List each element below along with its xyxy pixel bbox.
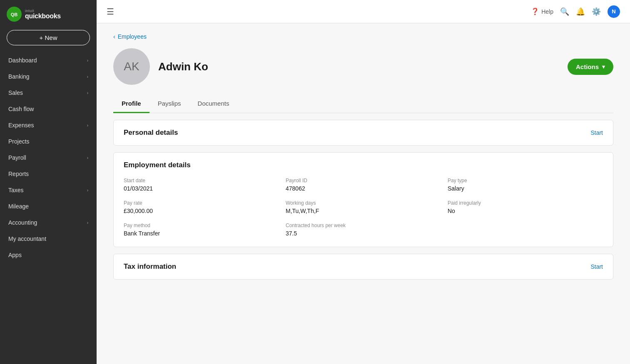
user-avatar[interactable]: N xyxy=(608,5,620,18)
chevron-right-icon: › xyxy=(87,188,88,193)
actions-label: Actions xyxy=(576,63,599,70)
sidebar-item-expenses[interactable]: Expenses › xyxy=(2,117,95,133)
chevron-right-icon: › xyxy=(87,91,88,95)
pay-method-value: Bank Transfer xyxy=(124,230,279,237)
employment-details-title: Employment details xyxy=(124,161,191,169)
sidebar-item-label: Expenses xyxy=(8,122,34,129)
bell-icon[interactable]: 🔔 xyxy=(576,7,585,16)
sidebar-item-label: Dashboard xyxy=(8,57,37,64)
main-nav: Dashboard › Banking › Sales › Cash flow … xyxy=(0,52,97,263)
detail-pay-type: Pay type Salary xyxy=(448,178,603,192)
sidebar-item-label: Projects xyxy=(8,138,30,145)
qb-logo-icon: QB xyxy=(7,7,22,22)
start-date-value: 01/03/2021 xyxy=(124,185,279,192)
quickbooks-label: quickbooks xyxy=(25,13,61,20)
pay-method-label: Pay method xyxy=(124,223,279,228)
sidebar-item-label: Taxes xyxy=(8,187,24,193)
sidebar-item-reports[interactable]: Reports xyxy=(2,166,95,182)
personal-details-title: Personal details xyxy=(124,129,178,137)
chevron-right-icon: › xyxy=(87,123,88,128)
content-area: ‹ Employees AK Adwin Ko Actions ▾ Profil… xyxy=(97,23,630,364)
payroll-id-value: 478062 xyxy=(286,185,441,192)
contracted-hours-label: Contracted hours per week xyxy=(286,223,441,228)
tax-information-section: Tax information Start xyxy=(113,254,613,280)
tab-payslips[interactable]: Payslips xyxy=(149,95,189,113)
detail-contracted-hours: Contracted hours per week 37.5 xyxy=(286,223,441,237)
detail-grid: Start date 01/03/2021 Payroll ID 478062 … xyxy=(124,178,603,237)
sidebar-item-payroll[interactable]: Payroll › xyxy=(2,150,95,166)
detail-payroll-id: Payroll ID 478062 xyxy=(286,178,441,192)
help-circle-icon: ❓ xyxy=(531,7,539,15)
sidebar-item-label: Accounting xyxy=(8,219,37,226)
working-days-value: M,Tu,W,Th,F xyxy=(286,208,441,214)
chevron-left-icon: ‹ xyxy=(113,33,115,40)
sidebar-item-dashboard[interactable]: Dashboard › xyxy=(2,52,95,68)
employee-name: Adwin Ko xyxy=(158,60,568,73)
tax-information-title: Tax information xyxy=(124,262,176,271)
topbar-left: ☰ xyxy=(107,7,114,17)
new-button[interactable]: + New xyxy=(7,30,90,45)
tax-information-start[interactable]: Start xyxy=(590,263,603,270)
topbar-right: ❓ Help 🔍 🔔 ⚙️ N xyxy=(531,5,620,18)
sidebar-item-my-accountant[interactable]: My accountant xyxy=(2,231,95,247)
sidebar-item-label: Reports xyxy=(8,171,29,177)
tab-documents[interactable]: Documents xyxy=(189,95,238,113)
menu-icon[interactable]: ☰ xyxy=(107,7,114,17)
working-days-label: Working days xyxy=(286,200,441,206)
pay-rate-value: £30,000.00 xyxy=(124,208,279,214)
breadcrumb-label: Employees xyxy=(118,33,147,40)
sidebar-item-apps[interactable]: Apps xyxy=(2,247,95,263)
sidebar-item-accounting[interactable]: Accounting › xyxy=(2,215,95,230)
avatar: AK xyxy=(113,48,150,85)
gear-icon[interactable]: ⚙️ xyxy=(592,7,601,16)
contracted-hours-value: 37.5 xyxy=(286,230,441,237)
sidebar-item-label: Apps xyxy=(8,252,22,258)
logo-text: intuit quickbooks xyxy=(25,9,61,20)
sidebar-item-taxes[interactable]: Taxes › xyxy=(2,182,95,198)
detail-pay-method: Pay method Bank Transfer xyxy=(124,223,279,237)
personal-details-section: Personal details Start xyxy=(113,120,613,146)
pay-type-label: Pay type xyxy=(448,178,603,183)
sidebar-item-banking[interactable]: Banking › xyxy=(2,69,95,84)
start-date-label: Start date xyxy=(124,178,279,183)
employment-details-section: Employment details Start date 01/03/2021… xyxy=(113,152,613,247)
pay-type-value: Salary xyxy=(448,185,603,192)
chevron-right-icon: › xyxy=(87,220,88,225)
tab-profile[interactable]: Profile xyxy=(113,95,149,113)
chevron-down-icon: ▾ xyxy=(602,64,605,70)
sidebar: QB intuit quickbooks + New Dashboard › B… xyxy=(0,0,97,364)
personal-details-header: Personal details Start xyxy=(114,120,613,145)
chevron-right-icon: › xyxy=(87,74,88,79)
chevron-right-icon: › xyxy=(87,58,88,63)
sidebar-item-label: Payroll xyxy=(8,154,26,161)
sidebar-item-label: Cash flow xyxy=(8,106,34,112)
paid-irregularly-label: Paid irregularly xyxy=(448,200,603,206)
help-label: Help xyxy=(541,8,553,15)
main-area: ☰ ❓ Help 🔍 🔔 ⚙️ N ‹ Employees AK Adwin K… xyxy=(97,0,630,364)
help-link[interactable]: ❓ Help xyxy=(531,7,553,15)
search-icon[interactable]: 🔍 xyxy=(560,7,569,16)
breadcrumb[interactable]: ‹ Employees xyxy=(113,33,613,40)
employment-details-header: Employment details xyxy=(114,153,613,178)
detail-working-days: Working days M,Tu,W,Th,F xyxy=(286,200,441,214)
employee-header: AK Adwin Ko Actions ▾ xyxy=(113,48,613,85)
sidebar-item-label: Banking xyxy=(8,73,30,80)
sidebar-item-projects[interactable]: Projects xyxy=(2,134,95,149)
personal-details-start[interactable]: Start xyxy=(590,129,603,136)
sidebar-item-label: Sales xyxy=(8,89,23,96)
svg-text:QB: QB xyxy=(11,12,18,17)
chevron-right-icon: › xyxy=(87,156,88,160)
sidebar-item-label: Mileage xyxy=(8,203,29,210)
sidebar-item-cashflow[interactable]: Cash flow xyxy=(2,101,95,117)
logo-area: QB intuit quickbooks xyxy=(0,0,97,27)
payroll-id-label: Payroll ID xyxy=(286,178,441,183)
sidebar-item-sales[interactable]: Sales › xyxy=(2,85,95,101)
actions-button[interactable]: Actions ▾ xyxy=(568,59,613,75)
sidebar-item-label: My accountant xyxy=(8,235,46,242)
sidebar-item-mileage[interactable]: Mileage xyxy=(2,198,95,214)
detail-pay-rate: Pay rate £30,000.00 xyxy=(124,200,279,214)
detail-paid-irregularly: Paid irregularly No xyxy=(448,200,603,214)
pay-rate-label: Pay rate xyxy=(124,200,279,206)
detail-start-date: Start date 01/03/2021 xyxy=(124,178,279,192)
tax-information-header: Tax information Start xyxy=(114,254,613,279)
